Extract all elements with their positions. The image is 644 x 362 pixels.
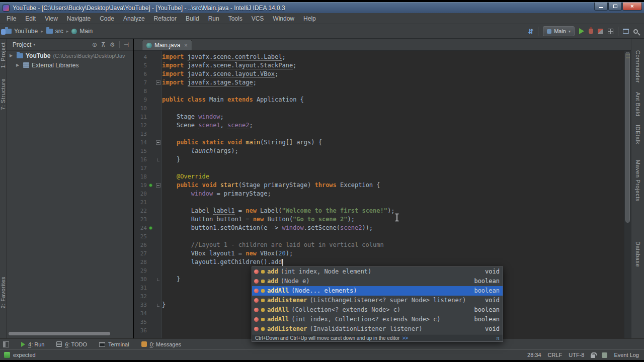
gutter-icon-area[interactable] (147, 96, 154, 104)
scroll-from-source-icon[interactable]: ⊕ (92, 41, 97, 48)
fold-area[interactable] (154, 241, 162, 249)
line-number[interactable]: 12 (134, 121, 147, 130)
line-number[interactable]: 10 (134, 104, 147, 113)
menu-window[interactable]: Window (268, 13, 299, 24)
code-line-22[interactable]: 22 Label label1 = new Label("Welcome to … (134, 207, 624, 215)
code-line-15[interactable]: 15 launch(args); (134, 147, 624, 155)
fold-area[interactable] (154, 113, 162, 121)
fold-area[interactable] (154, 87, 162, 96)
tool-button-terminal[interactable]: Terminal (99, 341, 129, 347)
line-number[interactable]: 31 (134, 284, 147, 292)
tool-button-0-messages[interactable]: 0: Messages (141, 341, 181, 347)
menu-help[interactable]: Help (299, 13, 320, 24)
horizontal-scrollbar[interactable] (9, 332, 110, 335)
menu-analyze[interactable]: Analyze (119, 13, 149, 24)
code-line-14[interactable]: 14 public static void main(String[] args… (134, 138, 624, 147)
minimize-button[interactable] (594, 3, 608, 11)
tool-button-idetalk[interactable]: IDEtalk (635, 125, 641, 144)
menu-code[interactable]: Code (95, 13, 119, 24)
line-number[interactable]: 13 (134, 130, 147, 138)
code-line-16[interactable]: 16 } (134, 155, 624, 164)
run-marker-icon[interactable] (149, 226, 152, 230)
gutter-icon-area[interactable] (147, 172, 154, 181)
debug-button[interactable] (589, 28, 593, 34)
gutter-icon-area[interactable] (147, 292, 154, 301)
gutter-icon-area[interactable] (147, 70, 154, 78)
gutter-icon-area[interactable] (147, 224, 154, 232)
line-number[interactable]: 22 (134, 207, 147, 215)
fold-area[interactable] (154, 224, 162, 232)
fold-area[interactable] (154, 266, 162, 275)
fold-area[interactable] (154, 258, 162, 266)
line-number[interactable]: 24 (134, 224, 147, 232)
fold-area[interactable] (154, 207, 162, 215)
fold-area[interactable] (154, 249, 162, 258)
code-line-17[interactable]: 17 (134, 164, 624, 172)
gutter-icon-area[interactable] (147, 318, 154, 326)
breadcrumb-item-src[interactable]: src (46, 28, 63, 35)
fold-area[interactable] (154, 198, 162, 207)
gutter-icon-area[interactable] (147, 190, 154, 198)
chevron-right-icon[interactable]: ▶ (10, 53, 14, 58)
tool-button-6-todo[interactable]: 6: TODO (56, 341, 87, 347)
lock-icon[interactable] (591, 354, 595, 358)
line-number[interactable]: 7 (134, 78, 147, 87)
gutter-icon-area[interactable] (147, 198, 154, 207)
title-bar[interactable]: YouTube - [C:\Users\Bucky\Desktop\Java\Y… (0, 2, 644, 13)
code-line-12[interactable]: 12 Scene scene1, scene2; (134, 121, 624, 130)
gutter-icon-area[interactable] (147, 113, 154, 121)
tree-item-external-libraries[interactable]: ▶External Libraries (7, 60, 133, 70)
line-number[interactable]: 16 (134, 155, 147, 164)
fold-area[interactable] (154, 215, 162, 224)
event-log-label[interactable]: Event Log (614, 352, 639, 358)
completion-item-addall-4[interactable]: addAll(Collection<? extends Node> c)bool… (252, 305, 503, 315)
code-line-21[interactable]: 21 (134, 198, 624, 207)
fold-area[interactable] (154, 318, 162, 326)
code-line-11[interactable]: 11 Stage window; (134, 113, 624, 121)
gutter-icon-area[interactable] (147, 87, 154, 96)
run-marker-icon[interactable] (149, 184, 152, 187)
tool-button-maven-projects[interactable]: Maven Projects (635, 160, 641, 202)
fold-area[interactable] (154, 232, 162, 241)
gutter-icon-area[interactable] (147, 130, 154, 138)
line-number[interactable]: 5 (134, 61, 147, 70)
gutter-icon-area[interactable] (147, 284, 154, 292)
app-components-button[interactable] (608, 29, 613, 34)
line-number[interactable]: 30 (134, 275, 147, 284)
breadcrumb-item-youtube[interactable]: YouTube (5, 28, 38, 35)
menu-build[interactable]: Build (181, 13, 204, 24)
gutter-icon-area[interactable] (147, 78, 154, 87)
line-number[interactable]: 28 (134, 258, 147, 266)
code-line-13[interactable]: 13 (134, 130, 624, 138)
event-log-icon[interactable] (602, 352, 607, 358)
gutter-icon-area[interactable] (147, 181, 154, 190)
code-line-18[interactable]: 18 @Override (134, 172, 624, 181)
fold-area[interactable] (154, 121, 162, 130)
project-structure-button[interactable] (623, 29, 629, 34)
vertical-scrollbar[interactable] (624, 51, 631, 338)
line-number[interactable]: 32 (134, 292, 147, 301)
gutter-icon-area[interactable] (147, 53, 154, 61)
line-number[interactable]: 15 (134, 147, 147, 155)
code-line-6[interactable]: 6import javafx.scene.layout.VBox; (134, 70, 624, 78)
gutter-icon-area[interactable] (147, 275, 154, 284)
chevron-right-icon[interactable]: ▶ (16, 63, 21, 67)
gutter-icon-area[interactable] (147, 309, 154, 318)
fold-area[interactable] (154, 147, 162, 155)
completion-item-add-1[interactable]: add(Node e)boolean (252, 277, 503, 286)
code-line-24[interactable]: 24 button1.setOnAction(e -> window.setSc… (134, 224, 624, 232)
line-number[interactable]: 34 (134, 309, 147, 318)
gutter-icon-area[interactable] (147, 207, 154, 215)
run-button[interactable] (579, 28, 584, 34)
tool-button-database[interactable]: Database (635, 241, 641, 267)
code-line-7[interactable]: 7import javafx.stage.Stage; (134, 78, 624, 87)
line-number[interactable]: 11 (134, 113, 147, 121)
gutter-icon-area[interactable] (147, 215, 154, 224)
fold-area[interactable] (154, 172, 162, 181)
gutter-icon-area[interactable] (147, 121, 154, 130)
code-line-23[interactable]: 23 Button button1 = new Button("Go to sc… (134, 215, 624, 224)
fold-area[interactable] (154, 309, 162, 318)
menu-edit[interactable]: Edit (21, 13, 40, 24)
close-button[interactable]: × (622, 3, 642, 11)
caret-position-widget[interactable]: 28:34 (527, 352, 541, 358)
